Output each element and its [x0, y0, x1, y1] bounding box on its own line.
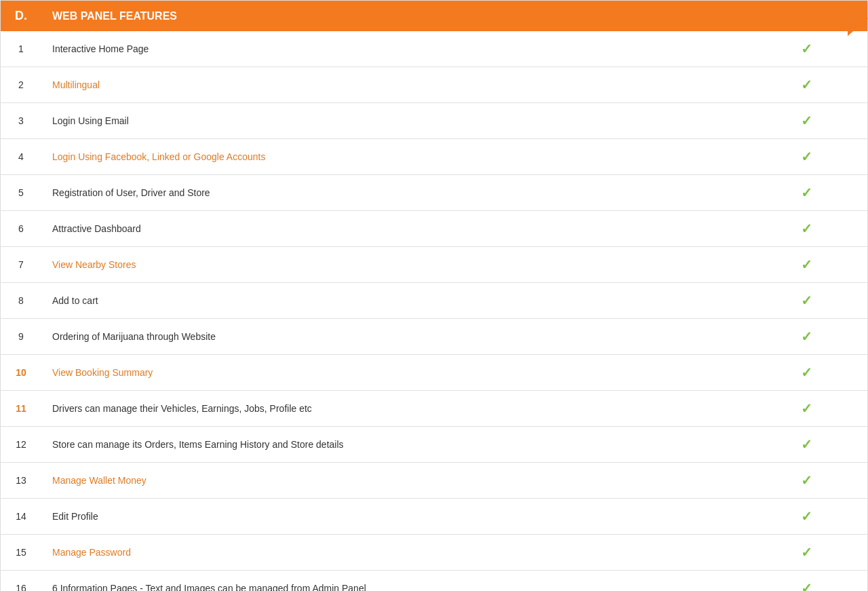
row-check-cell: ✓ [745, 211, 867, 247]
row-feature-text[interactable]: Login Using Facebook, Linked or Google A… [41, 139, 745, 175]
row-feature-text: Store can manage its Orders, Items Earni… [41, 427, 745, 463]
row-number: 9 [1, 319, 41, 355]
row-feature-text[interactable]: Manage Wallet Money [41, 463, 745, 499]
row-check-cell: ✓ [745, 283, 867, 319]
row-feature-text: Registration of User, Driver and Store [41, 175, 745, 211]
check-icon: ✓ [801, 509, 812, 524]
table-row: 3Login Using Email✓ [1, 103, 867, 139]
row-number: 14 [1, 499, 41, 535]
table-body: 1Interactive Home Page✓2Multilingual✓3Lo… [1, 31, 867, 591]
check-icon: ✓ [801, 581, 812, 591]
check-icon: ✓ [801, 401, 812, 416]
check-icon: ✓ [801, 365, 812, 380]
table-row: 12Store can manage its Orders, Items Ear… [1, 427, 867, 463]
row-number: 7 [1, 247, 41, 283]
row-check-cell: ✓ [745, 67, 867, 103]
row-feature-text[interactable]: Manage Password [41, 535, 745, 571]
row-check-cell: ✓ [745, 103, 867, 139]
row-number: 16 [1, 571, 41, 592]
row-number: 5 [1, 175, 41, 211]
header-title-text: WEB PANEL FEATURES [52, 10, 734, 22]
row-check-cell: ✓ [745, 571, 867, 592]
row-feature-text: Login Using Email [41, 103, 745, 139]
table-row: 5Registration of User, Driver and Store✓ [1, 175, 867, 211]
check-icon: ✓ [801, 221, 812, 236]
row-feature-text[interactable]: View Booking Summary [41, 355, 745, 391]
table-row: 9Ordering of Marijuana through Website✓ [1, 319, 867, 355]
table-row: 1Interactive Home Page✓ [1, 31, 867, 67]
row-feature-text: Attractive Dashboard [41, 211, 745, 247]
row-feature-text: Edit Profile [41, 499, 745, 535]
row-number: 8 [1, 283, 41, 319]
table-row: 2Multilingual✓ [1, 67, 867, 103]
table-row: 15Manage Password✓ [1, 535, 867, 571]
row-check-cell: ✓ [745, 31, 867, 67]
table-row: 14Edit Profile✓ [1, 499, 867, 535]
row-check-cell: ✓ [745, 535, 867, 571]
check-icon: ✓ [801, 77, 812, 92]
row-number: 10 [1, 355, 41, 391]
row-check-cell: ✓ [745, 391, 867, 427]
row-check-cell: ✓ [745, 247, 867, 283]
row-check-cell: ✓ [745, 499, 867, 535]
check-icon: ✓ [801, 473, 812, 488]
row-number: 15 [1, 535, 41, 571]
check-icon: ✓ [801, 113, 812, 128]
check-icon: ✓ [801, 545, 812, 560]
check-icon: ✓ [801, 41, 812, 56]
check-icon: ✓ [801, 437, 812, 452]
row-feature-text: Interactive Home Page [41, 31, 745, 67]
row-number: 6 [1, 211, 41, 247]
table-row: 166 Information Pages - Text and Images … [1, 571, 867, 592]
row-feature-text: Ordering of Marijuana through Website [41, 319, 745, 355]
row-number: 4 [1, 139, 41, 175]
check-icon: ✓ [801, 329, 812, 344]
table-row: 7View Nearby Stores✓ [1, 247, 867, 283]
row-check-cell: ✓ [745, 355, 867, 391]
table-row: 13Manage Wallet Money✓ [1, 463, 867, 499]
table-row: 8Add to cart✓ [1, 283, 867, 319]
table-row: 10View Booking Summary✓ [1, 355, 867, 391]
row-number: 1 [1, 31, 41, 67]
row-number: 2 [1, 67, 41, 103]
row-feature-text: Add to cart [41, 283, 745, 319]
feature-table-container: D. WEB PANEL FEATURES 1Interactive Home … [0, 0, 868, 591]
header-title: WEB PANEL FEATURES [41, 1, 745, 31]
row-feature-text: 6 Information Pages - Text and Images ca… [41, 571, 745, 592]
row-check-cell: ✓ [745, 427, 867, 463]
row-feature-text[interactable]: Multilingual [41, 67, 745, 103]
row-feature-text: Drivers can manage their Vehicles, Earni… [41, 391, 745, 427]
check-icon: ✓ [801, 185, 812, 200]
row-feature-text[interactable]: View Nearby Stores [41, 247, 745, 283]
header-arrow-decoration [848, 1, 868, 36]
table-row: 6Attractive Dashboard✓ [1, 211, 867, 247]
check-icon: ✓ [801, 293, 812, 308]
web-panel-features-table: D. WEB PANEL FEATURES 1Interactive Home … [1, 1, 867, 591]
table-row: 4Login Using Facebook, Linked or Google … [1, 139, 867, 175]
row-number: 3 [1, 103, 41, 139]
row-check-cell: ✓ [745, 319, 867, 355]
header-check-col [745, 1, 867, 31]
table-row: 11Drivers can manage their Vehicles, Ear… [1, 391, 867, 427]
row-check-cell: ✓ [745, 175, 867, 211]
row-number: 13 [1, 463, 41, 499]
check-icon: ✓ [801, 149, 812, 164]
row-number: 12 [1, 427, 41, 463]
row-check-cell: ✓ [745, 463, 867, 499]
row-check-cell: ✓ [745, 139, 867, 175]
row-number: 11 [1, 391, 41, 427]
table-header-row: D. WEB PANEL FEATURES [1, 1, 867, 31]
header-section-label: D. [1, 1, 41, 31]
check-icon: ✓ [801, 257, 812, 272]
